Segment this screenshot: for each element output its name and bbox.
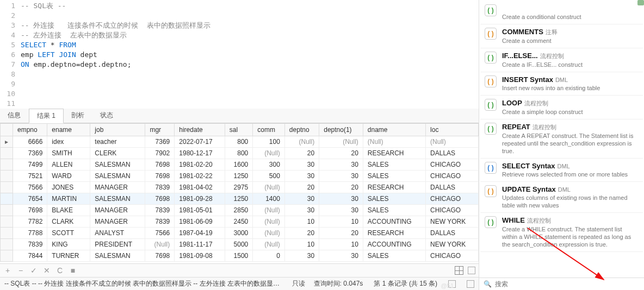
search-icon: 🔍	[484, 280, 492, 288]
snippet-item[interactable]: ( ) REPEAT流程控制 Create A REPEAT construct…	[480, 119, 643, 159]
tab-剖析[interactable]: 剖析	[64, 109, 92, 123]
col-deptno[interactable]: deptno	[284, 124, 319, 136]
status-record-count: 第 1 条记录 (共 15 条)	[374, 279, 437, 288]
snippet-title: INSERT SyntaxDML	[502, 75, 639, 84]
result-tabs: 信息结果 1剖析状态	[0, 109, 479, 123]
snippet-icon: ( )	[485, 123, 497, 135]
table-row[interactable]: 7654MARTINSALESMAN76981981-09-2812501400…	[1, 193, 479, 205]
tab-状态[interactable]: 状态	[92, 109, 121, 123]
snippet-title: UPDATE SyntaxDML	[502, 185, 639, 193]
snippet-title: LOOP流程控制	[502, 99, 639, 108]
apply-button[interactable]: ✓	[29, 266, 38, 275]
snippet-desc: Retrieve rows selected from one or more …	[502, 171, 639, 178]
snippet-icon: ( )	[485, 162, 497, 174]
status-readonly: 只读	[292, 279, 305, 288]
cancel-button[interactable]: ✕	[42, 266, 51, 275]
status-query-text: -- SQL表 -- -- 外连接 连接条件不成立的时候 表中的数据照样显示 -…	[4, 279, 283, 288]
snippet-item[interactable]: ( ) UPDATE SyntaxDML Updates columns of …	[480, 182, 643, 213]
table-row[interactable]: 7844TURNERSALESMAN76981981-09-0815000303…	[1, 250, 479, 262]
scrollbar-thumb[interactable]	[637, 0, 644, 5]
table-row[interactable]: 7521WARDSALESMAN76981981-02-221250500303…	[1, 171, 479, 182]
snippet-desc: Create a conditional construct	[502, 13, 639, 21]
snippet-desc: Create A REPEAT construct. The Statement…	[502, 132, 639, 155]
grid-toolbar: + − ✓ ✕ C ■	[0, 263, 479, 277]
snippet-desc: Insert new rows into an existing table	[502, 84, 639, 92]
col-deptno(1)[interactable]: deptno(1)	[319, 124, 363, 136]
grid-view-icon[interactable]	[455, 266, 463, 275]
snippet-item[interactable]: ( ) WHILE流程控制 Create a WHILE construct. …	[480, 213, 643, 252]
col-hiredate[interactable]: hiredate	[175, 124, 225, 136]
snippet-title: IF...ELSE...流程控制	[502, 52, 639, 60]
snippet-item[interactable]: ( ) SELECT SyntaxDML Retrieve rows selec…	[480, 159, 643, 182]
snippet-item[interactable]: ( ) LOOP流程控制 Create a simple loop constr…	[480, 96, 643, 119]
snippet-item[interactable]: ( ) IF...ELSE...流程控制 Create a IF...ELSE.…	[480, 48, 643, 72]
snippet-title	[502, 4, 639, 12]
table-row[interactable]: 7782CLARKMANAGER78391981-06-092450(Null)…	[1, 216, 479, 228]
tab-信息[interactable]: 信息	[0, 109, 29, 123]
snippet-title: SELECT SyntaxDML	[502, 162, 639, 170]
table-row[interactable]: 7369SMITHCLERK79021980-12-17800(Null)202…	[1, 148, 479, 159]
refresh-button[interactable]: C	[55, 266, 64, 275]
snippet-item[interactable]: ( ) Create a conditional construct	[480, 1, 643, 24]
col-loc[interactable]: loc	[426, 124, 479, 136]
snippet-title: REPEAT流程控制	[502, 123, 639, 131]
snippet-item[interactable]: ( ) COMMENTS注释 Create a comment	[480, 24, 643, 48]
table-row[interactable]: 7788SCOTTANALYST75661987-04-193000(Null)…	[1, 228, 479, 239]
delete-row-button[interactable]: −	[16, 266, 25, 275]
col-empno[interactable]: empno	[13, 124, 47, 136]
status-bar: -- SQL表 -- -- 外连接 连接条件不成立的时候 表中的数据照样显示 -…	[0, 277, 479, 290]
panel-icon-2[interactable]	[467, 280, 474, 288]
table-row[interactable]: 7839KINGPRESIDENT(Null)1981-11-175000(Nu…	[1, 239, 479, 250]
snippet-search: 🔍	[479, 278, 644, 290]
snippet-title: WHILE流程控制	[502, 216, 639, 225]
snippet-panel: ( ) Create a conditional construct( ) CO…	[479, 0, 644, 290]
snippet-icon: ( )	[485, 185, 497, 197]
snippet-icon: ( )	[485, 75, 497, 87]
col-dname[interactable]: dname	[363, 124, 425, 136]
snippet-desc: Updates columns of existing rows in the …	[502, 194, 639, 209]
col-sal[interactable]: sal	[225, 124, 253, 136]
table-row[interactable]: 7698BLAKEMANAGER78391981-05-012850(Null)…	[1, 205, 479, 216]
snippet-icon: ( )	[485, 28, 497, 40]
snippet-icon: ( )	[485, 216, 497, 228]
snippet-desc: Create a comment	[502, 37, 639, 45]
sql-editor[interactable]: 1234567891011 -- SQL表 -- -- 外连接 连接条件不成立的…	[0, 0, 479, 109]
col-job[interactable]: job	[90, 124, 145, 136]
status-query-time: 查询时间: 0.047s	[314, 279, 363, 288]
snippet-desc: Create a IF...ELSE... construct	[502, 61, 639, 68]
watermark: @51	[441, 282, 454, 289]
table-row[interactable]: ▸6666idexteacher73692022-07-17800100(Nul…	[1, 136, 479, 148]
col-mgr[interactable]: mgr	[145, 124, 175, 136]
form-view-icon[interactable]	[468, 267, 475, 274]
table-row[interactable]: 7499ALLENSALESMAN76981981-02-20160030030…	[1, 159, 479, 171]
snippet-icon: ( )	[485, 99, 497, 111]
snippet-desc: Create a WHILE construct. The statement …	[502, 225, 639, 248]
add-row-button[interactable]: +	[3, 266, 12, 275]
snippet-icon: ( )	[485, 4, 497, 16]
table-row[interactable]: 7566JONESMANAGER78391981-04-022975(Null)…	[1, 182, 479, 193]
col-ename[interactable]: ename	[47, 124, 90, 136]
snippet-desc: Create a simple loop construct	[502, 108, 639, 116]
result-grid[interactable]: empnoenamejobmgrhiredatesalcommdeptnodep…	[0, 123, 479, 263]
search-input[interactable]	[495, 280, 640, 288]
snippet-icon: ( )	[485, 52, 497, 64]
snippet-item[interactable]: ( ) INSERT SyntaxDML Insert new rows int…	[480, 72, 643, 96]
stop-button[interactable]: ■	[69, 266, 77, 275]
tab-结果 1[interactable]: 结果 1	[29, 109, 64, 123]
col-comm[interactable]: comm	[253, 124, 285, 136]
snippet-title: COMMENTS注释	[502, 28, 639, 36]
